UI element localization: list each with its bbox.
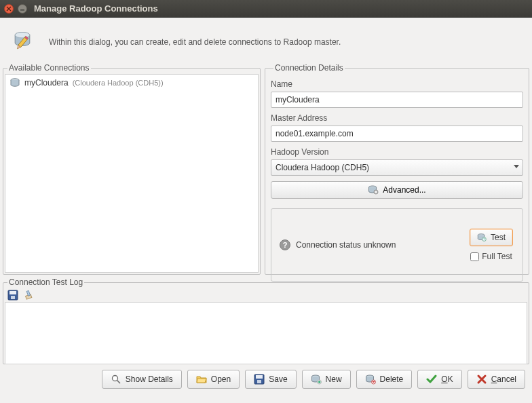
- connection-status-box: ? Connection status unknown ? Test Full …: [271, 208, 523, 282]
- svg-point-9: [375, 191, 377, 193]
- name-input[interactable]: [271, 92, 523, 108]
- hadoop-version-select[interactable]: [271, 159, 523, 176]
- new-label: New: [326, 375, 342, 384]
- ok-label: OK: [441, 375, 453, 384]
- database-gear-icon: [368, 185, 379, 195]
- save-log-icon[interactable]: [7, 290, 18, 301]
- ok-button[interactable]: OK: [417, 370, 461, 389]
- clear-log-icon[interactable]: [24, 290, 35, 301]
- database-delete-icon: [365, 374, 376, 385]
- test-button[interactable]: ? Test: [470, 229, 513, 246]
- connection-item[interactable]: myCloudera (Cloudera Hadoop (CDH5)): [5, 75, 258, 91]
- dialog-header: Within this dialog, you can create, edit…: [0, 18, 532, 63]
- full-test-label: Full Test: [482, 252, 512, 261]
- delete-label: Delete: [380, 375, 404, 384]
- master-address-input[interactable]: [271, 126, 523, 142]
- close-icon[interactable]: [4, 4, 14, 14]
- database-check-icon: ?: [477, 232, 487, 243]
- connection-test-log-legend: Connection Test Log: [7, 277, 84, 287]
- connection-status-text: Connection status unknown: [296, 240, 396, 250]
- cancel-icon: [476, 374, 487, 385]
- open-label: Open: [211, 375, 231, 384]
- database-icon: [10, 77, 20, 88]
- svg-rect-14: [10, 291, 16, 294]
- open-button[interactable]: Open: [187, 370, 240, 389]
- connection-details-fieldset: Connection Details Name Master Address H…: [265, 63, 529, 275]
- svg-line-19: [117, 381, 120, 384]
- advanced-button-label: Advanced...: [383, 185, 425, 195]
- svg-rect-17: [26, 290, 30, 296]
- connections-list[interactable]: myCloudera (Cloudera Hadoop (CDH5)): [5, 74, 259, 273]
- hadoop-version-label: Hadoop Version: [271, 147, 523, 157]
- database-edit-icon: [12, 27, 39, 56]
- folder-open-icon: [196, 374, 207, 385]
- connection-item-extra: (Cloudera Hadoop (CDH5)): [73, 79, 164, 87]
- question-icon: ?: [280, 239, 290, 250]
- svg-rect-15: [11, 296, 15, 299]
- connection-item-name: myCloudera: [24, 78, 69, 88]
- minimize-icon[interactable]: [18, 4, 27, 14]
- check-icon: [426, 374, 437, 385]
- new-button[interactable]: New: [302, 370, 351, 389]
- window-titlebar: Manage Radoop Connections: [0, 0, 532, 18]
- log-textarea[interactable]: [5, 302, 527, 364]
- dialog-description: Within this dialog, you can create, edit…: [49, 37, 341, 47]
- svg-point-18: [112, 376, 117, 381]
- svg-point-2: [15, 33, 30, 38]
- connection-test-log-fieldset: Connection Test Log: [3, 277, 529, 364]
- full-test-checkbox[interactable]: [470, 252, 479, 261]
- show-details-label: Show Details: [126, 375, 173, 384]
- delete-button[interactable]: Delete: [356, 370, 413, 389]
- master-address-label: Master Address: [271, 113, 523, 123]
- full-test-checkbox-row[interactable]: Full Test: [470, 252, 512, 261]
- name-label: Name: [271, 79, 523, 89]
- cancel-label: Cancel: [491, 375, 516, 384]
- advanced-button[interactable]: Advanced...: [271, 181, 523, 199]
- floppy-icon: [254, 374, 265, 385]
- magnifier-icon: [111, 374, 121, 385]
- available-connections-legend: Available Connections: [7, 63, 91, 73]
- save-button[interactable]: Save: [245, 370, 296, 389]
- svg-rect-22: [256, 375, 263, 379]
- svg-rect-0: [20, 9, 24, 11]
- svg-rect-23: [257, 380, 261, 383]
- window-title: Manage Radoop Connections: [34, 3, 158, 14]
- test-button-label: Test: [491, 233, 506, 242]
- database-new-icon: [311, 374, 322, 385]
- cancel-button[interactable]: Cancel: [468, 370, 525, 389]
- save-label: Save: [269, 375, 287, 384]
- available-connections-fieldset: Available Connections myCloudera (Cloude…: [3, 63, 261, 275]
- show-details-button[interactable]: Show Details: [102, 370, 182, 389]
- connection-details-legend: Connection Details: [273, 63, 345, 73]
- dialog-button-bar: Show Details Open Save New Delete OK C: [0, 364, 532, 394]
